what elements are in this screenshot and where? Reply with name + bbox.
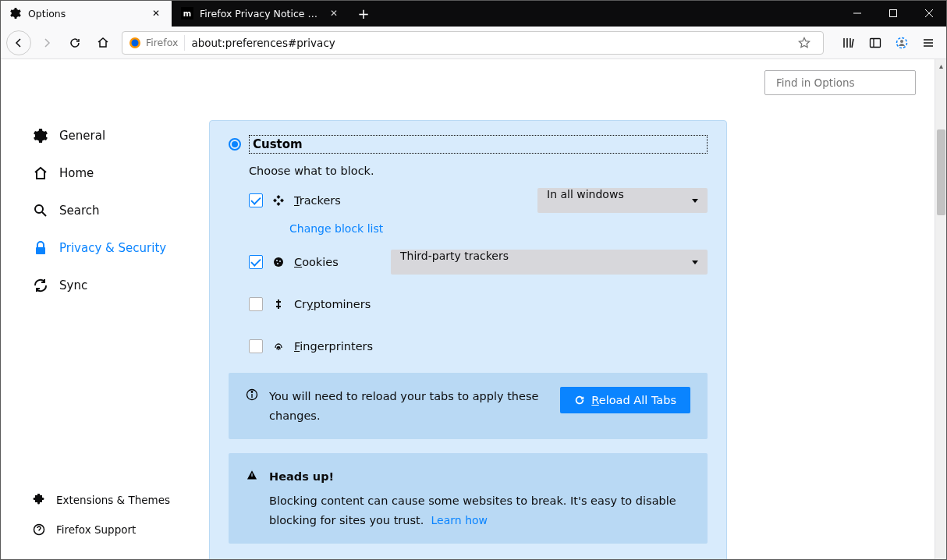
window-titlebar: Options ✕ m Firefox Privacy Notice — Moz… (0, 0, 947, 27)
svg-point-21 (279, 261, 281, 262)
sidebar-item-support[interactable]: Firefox Support (33, 515, 170, 544)
svg-point-22 (277, 263, 278, 264)
close-button[interactable] (911, 0, 947, 27)
vertical-scrollbar[interactable]: ▴ (935, 59, 947, 560)
tab-label: Firefox Privacy Notice — Mozilla (200, 8, 321, 19)
cookies-label: Cookies (294, 256, 339, 268)
nav-toolbar: Firefox (0, 27, 947, 59)
trackers-label: TTrackersrackers (294, 194, 341, 207)
sync-icon (33, 278, 48, 293)
panel-title: Custom (249, 135, 708, 154)
scroll-up-arrow[interactable]: ▴ (935, 59, 947, 72)
svg-rect-15 (36, 247, 45, 254)
identity-box[interactable]: Firefox (129, 35, 185, 51)
svg-point-9 (900, 40, 903, 43)
sidebar-item-label: Extensions & Themes (56, 494, 170, 506)
sidebar-item-label: Home (59, 166, 94, 180)
panel-subtitle: Choose what to block. (249, 165, 708, 177)
back-button[interactable] (6, 30, 31, 55)
sidebar-item-label: Firefox Support (56, 523, 136, 536)
preferences-content: Custom Choose what to block. TTrackersra… (209, 59, 947, 558)
reload-info-box: You will need to reload your tabs to app… (229, 373, 708, 439)
option-cookies: Cookies Third-party trackers (249, 250, 708, 275)
url-bar[interactable]: Firefox (122, 31, 824, 55)
library-button[interactable] (836, 30, 861, 55)
sidebar-button[interactable] (863, 30, 888, 55)
tracker-icon (272, 194, 285, 207)
fingerprinters-checkbox[interactable] (249, 339, 263, 353)
url-input[interactable] (185, 37, 792, 49)
trackers-checkbox[interactable] (249, 193, 263, 207)
cryptominers-label: Cryptominers (294, 298, 371, 310)
puzzle-icon (33, 494, 45, 506)
svg-line-14 (42, 212, 46, 216)
sidebar-item-label: Search (59, 204, 100, 218)
home-icon (33, 165, 48, 181)
svg-point-25 (251, 392, 253, 393)
window-controls (839, 0, 947, 27)
reload-all-tabs-button[interactable]: Reload All Tabs (560, 387, 690, 413)
option-trackers: TTrackersrackers In all windows (249, 188, 708, 213)
cookies-checkbox[interactable] (249, 255, 263, 269)
svg-point-5 (132, 39, 139, 46)
home-button[interactable] (90, 30, 115, 55)
custom-blocking-panel: Custom Choose what to block. TTrackersra… (209, 120, 727, 560)
headsup-box: Heads up! Blocking content can cause som… (229, 453, 708, 544)
cookie-icon (272, 256, 285, 268)
cryptominers-checkbox[interactable] (249, 297, 263, 311)
firefox-icon (129, 37, 141, 49)
sidebar-item-search[interactable]: Search (33, 192, 186, 229)
option-fingerprinters: Fingerprinters (249, 334, 708, 359)
forward-button[interactable] (34, 30, 59, 55)
preferences-main: General Home Search Privacy & Security S… (0, 59, 947, 558)
option-cryptominers: Cryptominers (249, 292, 708, 317)
bookmark-star-icon[interactable] (792, 30, 817, 55)
search-icon (33, 203, 48, 218)
svg-point-19 (274, 257, 283, 267)
trackers-dropdown[interactable]: In all windows (537, 188, 708, 213)
find-in-options-search[interactable] (764, 70, 916, 95)
cookies-dropdown[interactable]: Third-party trackers (391, 250, 708, 275)
learn-how-link[interactable]: Learn how (431, 514, 488, 526)
change-block-list-link[interactable]: Change block list (289, 222, 383, 235)
sidebar-item-general[interactable]: General (33, 117, 186, 154)
headsup-title: Heads up! (269, 467, 690, 487)
account-button[interactable] (889, 30, 914, 55)
gear-icon (9, 7, 22, 19)
svg-rect-6 (871, 38, 881, 47)
reload-info-text: You will need to reload your tabs to app… (269, 387, 549, 425)
help-icon (33, 523, 45, 536)
sidebar-item-extensions[interactable]: Extensions & Themes (33, 485, 170, 515)
reload-icon (574, 395, 585, 406)
sidebar-item-label: General (59, 129, 105, 143)
search-input[interactable] (776, 76, 910, 89)
close-icon[interactable]: ✕ (328, 7, 340, 19)
tab-privacy-notice[interactable]: m Firefox Privacy Notice — Mozilla ✕ (172, 0, 349, 27)
sidebar-item-sync[interactable]: Sync (33, 267, 186, 304)
svg-point-13 (35, 205, 43, 213)
minimize-button[interactable] (839, 0, 875, 27)
reload-button[interactable] (62, 30, 87, 55)
lock-icon (33, 240, 48, 256)
preferences-sidebar: General Home Search Privacy & Security S… (0, 59, 209, 558)
custom-radio[interactable] (229, 138, 241, 151)
sidebar-item-privacy[interactable]: Privacy & Security (33, 229, 186, 267)
svg-rect-1 (890, 10, 897, 17)
close-icon[interactable]: ✕ (150, 7, 162, 19)
tab-label: Options (28, 8, 144, 19)
maximize-button[interactable] (875, 0, 911, 27)
sidebar-item-home[interactable]: Home (33, 154, 186, 192)
identity-label: Firefox (146, 37, 178, 48)
fingerprint-icon (272, 340, 285, 353)
sidebar-item-label: Sync (59, 278, 87, 292)
new-tab-button[interactable]: + (349, 0, 378, 27)
tab-options[interactable]: Options ✕ (0, 0, 172, 27)
svg-point-20 (276, 260, 278, 261)
gear-icon (33, 128, 48, 144)
mozilla-icon: m (181, 7, 193, 19)
sidebar-item-label: Privacy & Security (59, 241, 166, 255)
info-icon (246, 388, 258, 401)
fingerprinters-label: Fingerprinters (294, 340, 373, 353)
scrollbar-thumb[interactable] (937, 129, 945, 215)
cryptominer-icon (272, 298, 285, 310)
